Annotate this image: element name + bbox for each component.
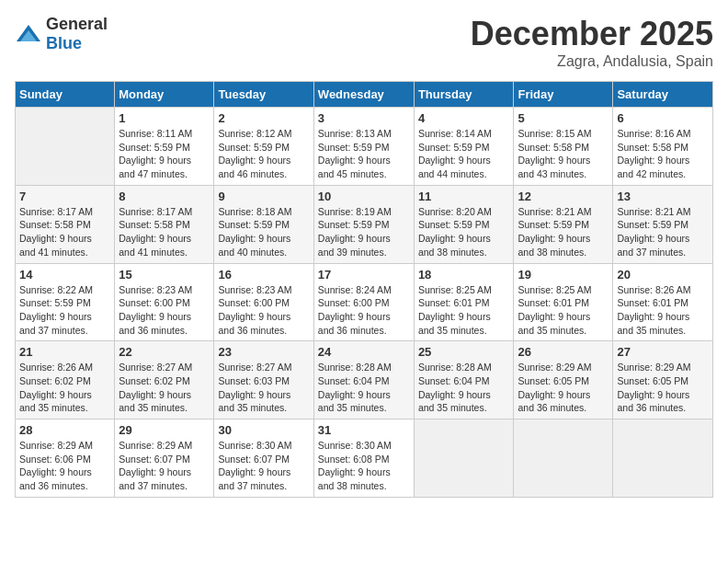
day-info: Sunrise: 8:21 AM Sunset: 5:59 PM Dayligh…: [617, 205, 709, 259]
calendar-table: SundayMondayTuesdayWednesdayThursdayFrid…: [15, 81, 713, 498]
day-info: Sunrise: 8:28 AM Sunset: 6:04 PM Dayligh…: [318, 361, 410, 415]
day-number: 8: [119, 190, 210, 203]
calendar-cell: 24Sunrise: 8:28 AM Sunset: 6:04 PM Dayli…: [313, 341, 414, 419]
day-info: Sunrise: 8:19 AM Sunset: 5:59 PM Dayligh…: [318, 205, 410, 259]
day-number: 11: [418, 190, 510, 203]
day-number: 17: [318, 268, 410, 282]
calendar-cell: 21Sunrise: 8:26 AM Sunset: 6:02 PM Dayli…: [16, 341, 115, 419]
calendar-cell: [16, 108, 115, 186]
day-info: Sunrise: 8:17 AM Sunset: 5:58 PM Dayligh…: [119, 205, 210, 259]
day-number: 14: [19, 268, 110, 282]
calendar-day-header: Saturday: [613, 82, 713, 108]
day-info: Sunrise: 8:16 AM Sunset: 5:58 PM Dayligh…: [617, 127, 709, 181]
calendar-cell: 17Sunrise: 8:24 AM Sunset: 6:00 PM Dayli…: [313, 263, 414, 341]
calendar-week-row: 7Sunrise: 8:17 AM Sunset: 5:58 PM Daylig…: [16, 185, 713, 263]
calendar-cell: 10Sunrise: 8:19 AM Sunset: 5:59 PM Dayli…: [313, 185, 414, 263]
day-number: 19: [518, 268, 609, 282]
month-title: December 2025: [471, 15, 713, 53]
day-info: Sunrise: 8:13 AM Sunset: 5:59 PM Dayligh…: [318, 127, 410, 181]
day-info: Sunrise: 8:25 AM Sunset: 6:01 PM Dayligh…: [418, 283, 510, 338]
day-number: 3: [318, 111, 410, 125]
logo-blue: Blue: [46, 34, 82, 52]
calendar-cell: 18Sunrise: 8:25 AM Sunset: 6:01 PM Dayli…: [414, 263, 514, 341]
day-number: 9: [218, 190, 309, 203]
calendar-cell: 8Sunrise: 8:17 AM Sunset: 5:58 PM Daylig…: [115, 185, 214, 263]
calendar-cell: 19Sunrise: 8:25 AM Sunset: 6:01 PM Dayli…: [514, 263, 613, 341]
calendar-cell: 16Sunrise: 8:23 AM Sunset: 6:00 PM Dayli…: [214, 263, 313, 341]
day-number: 20: [617, 268, 709, 282]
day-number: 1: [119, 111, 210, 125]
day-info: Sunrise: 8:26 AM Sunset: 6:01 PM Dayligh…: [617, 283, 709, 338]
day-info: Sunrise: 8:25 AM Sunset: 6:01 PM Dayligh…: [518, 283, 609, 338]
day-info: Sunrise: 8:17 AM Sunset: 5:58 PM Dayligh…: [19, 205, 110, 259]
day-info: Sunrise: 8:29 AM Sunset: 6:05 PM Dayligh…: [518, 361, 609, 415]
day-info: Sunrise: 8:29 AM Sunset: 6:05 PM Dayligh…: [617, 361, 709, 415]
day-number: 15: [119, 268, 210, 282]
calendar-cell: 14Sunrise: 8:22 AM Sunset: 5:59 PM Dayli…: [16, 263, 115, 341]
day-number: 26: [518, 345, 609, 359]
day-info: Sunrise: 8:20 AM Sunset: 5:59 PM Dayligh…: [418, 205, 510, 259]
logo: General Blue: [15, 15, 108, 53]
day-info: Sunrise: 8:27 AM Sunset: 6:03 PM Dayligh…: [218, 361, 309, 415]
calendar-cell: 31Sunrise: 8:30 AM Sunset: 6:08 PM Dayli…: [313, 419, 414, 498]
day-info: Sunrise: 8:30 AM Sunset: 6:08 PM Dayligh…: [318, 439, 410, 493]
day-info: Sunrise: 8:14 AM Sunset: 5:59 PM Dayligh…: [418, 127, 510, 181]
day-number: 7: [19, 190, 110, 203]
calendar-cell: 22Sunrise: 8:27 AM Sunset: 6:02 PM Dayli…: [115, 341, 214, 419]
location-title: Zagra, Andalusia, Spain: [471, 53, 713, 70]
day-info: Sunrise: 8:11 AM Sunset: 5:59 PM Dayligh…: [119, 127, 210, 181]
day-number: 29: [119, 423, 210, 437]
calendar-cell: 4Sunrise: 8:14 AM Sunset: 5:59 PM Daylig…: [414, 108, 514, 186]
calendar-cell: 13Sunrise: 8:21 AM Sunset: 5:59 PM Dayli…: [613, 185, 713, 263]
calendar-day-header: Wednesday: [313, 82, 414, 108]
calendar-cell: 27Sunrise: 8:29 AM Sunset: 6:05 PM Dayli…: [613, 341, 713, 419]
logo-general: General: [46, 15, 108, 33]
day-info: Sunrise: 8:29 AM Sunset: 6:06 PM Dayligh…: [19, 439, 110, 493]
day-number: 4: [418, 111, 510, 125]
day-number: 13: [617, 190, 709, 203]
day-info: Sunrise: 8:29 AM Sunset: 6:07 PM Dayligh…: [119, 439, 210, 493]
day-number: 12: [518, 190, 609, 203]
day-number: 30: [218, 423, 309, 437]
day-number: 24: [318, 345, 410, 359]
calendar-week-row: 21Sunrise: 8:26 AM Sunset: 6:02 PM Dayli…: [16, 341, 713, 419]
calendar-week-row: 14Sunrise: 8:22 AM Sunset: 5:59 PM Dayli…: [16, 263, 713, 341]
day-number: 31: [318, 423, 410, 437]
day-info: Sunrise: 8:15 AM Sunset: 5:58 PM Dayligh…: [518, 127, 609, 181]
calendar-cell: 7Sunrise: 8:17 AM Sunset: 5:58 PM Daylig…: [16, 185, 115, 263]
calendar-cell: 3Sunrise: 8:13 AM Sunset: 5:59 PM Daylig…: [313, 108, 414, 186]
day-number: 10: [318, 190, 410, 203]
day-number: 25: [418, 345, 510, 359]
calendar-cell: [514, 419, 613, 498]
calendar-cell: 15Sunrise: 8:23 AM Sunset: 6:00 PM Dayli…: [115, 263, 214, 341]
day-info: Sunrise: 8:26 AM Sunset: 6:02 PM Dayligh…: [19, 361, 110, 415]
day-info: Sunrise: 8:21 AM Sunset: 5:59 PM Dayligh…: [518, 205, 609, 259]
day-info: Sunrise: 8:30 AM Sunset: 6:07 PM Dayligh…: [218, 439, 309, 493]
day-number: 5: [518, 111, 609, 125]
day-info: Sunrise: 8:28 AM Sunset: 6:04 PM Dayligh…: [418, 361, 510, 415]
calendar-cell: 28Sunrise: 8:29 AM Sunset: 6:06 PM Dayli…: [16, 419, 115, 498]
day-number: 2: [218, 111, 309, 125]
calendar-cell: [613, 419, 713, 498]
calendar-cell: 25Sunrise: 8:28 AM Sunset: 6:04 PM Dayli…: [414, 341, 514, 419]
calendar-day-header: Friday: [514, 82, 613, 108]
calendar-day-header: Thursday: [414, 82, 514, 108]
day-number: 27: [617, 345, 709, 359]
day-info: Sunrise: 8:23 AM Sunset: 6:00 PM Dayligh…: [218, 283, 309, 338]
day-info: Sunrise: 8:23 AM Sunset: 6:00 PM Dayligh…: [119, 283, 210, 338]
calendar-cell: 5Sunrise: 8:15 AM Sunset: 5:58 PM Daylig…: [514, 108, 613, 186]
calendar-day-header: Monday: [115, 82, 214, 108]
day-number: 23: [218, 345, 309, 359]
day-number: 16: [218, 268, 309, 282]
calendar-week-row: 1Sunrise: 8:11 AM Sunset: 5:59 PM Daylig…: [16, 108, 713, 186]
day-info: Sunrise: 8:24 AM Sunset: 6:00 PM Dayligh…: [318, 283, 410, 338]
day-info: Sunrise: 8:22 AM Sunset: 5:59 PM Dayligh…: [19, 283, 110, 338]
calendar-week-row: 28Sunrise: 8:29 AM Sunset: 6:06 PM Dayli…: [16, 419, 713, 498]
calendar-day-header: Sunday: [16, 82, 115, 108]
day-number: 6: [617, 111, 709, 125]
day-info: Sunrise: 8:18 AM Sunset: 5:59 PM Dayligh…: [218, 205, 309, 259]
day-info: Sunrise: 8:27 AM Sunset: 6:02 PM Dayligh…: [119, 361, 210, 415]
calendar-cell: 9Sunrise: 8:18 AM Sunset: 5:59 PM Daylig…: [214, 185, 313, 263]
title-area: December 2025 Zagra, Andalusia, Spain: [471, 15, 713, 70]
calendar-cell: 20Sunrise: 8:26 AM Sunset: 6:01 PM Dayli…: [613, 263, 713, 341]
